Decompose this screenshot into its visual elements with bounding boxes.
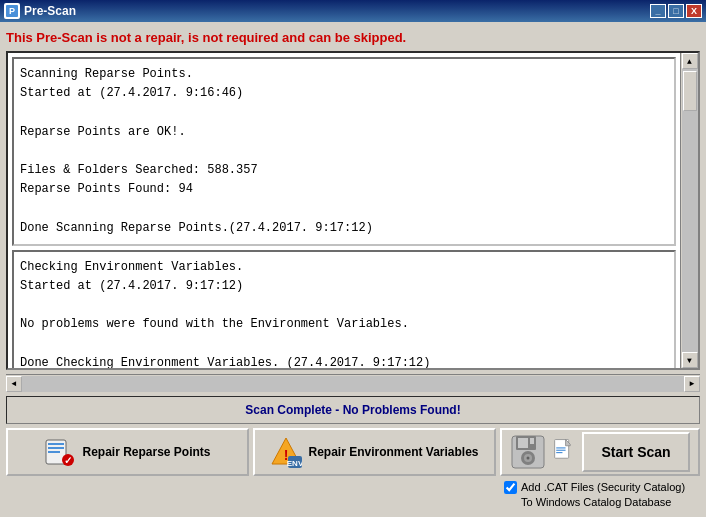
log-section-reparse: Scanning Reparse Points. Started at (27.…: [12, 57, 676, 246]
svg-text:ENV: ENV: [287, 459, 302, 468]
svg-rect-21: [556, 448, 565, 449]
repair-reparse-label: Repair Reparse Points: [82, 445, 210, 459]
disk-icon: [510, 434, 546, 470]
start-scan-button[interactable]: Start Scan: [582, 432, 690, 472]
repair-envvars-label: Repair Environment Variables: [308, 445, 478, 459]
svg-rect-15: [530, 438, 534, 444]
bottom-section: ✓ Repair Reparse Points ! ENV Repair Env…: [6, 428, 700, 511]
warning-text: This Pre-Scan is not a repair, is not re…: [6, 28, 700, 47]
log-scroll-content[interactable]: Scanning Reparse Points. Started at (27.…: [8, 53, 680, 368]
horizontal-scrollbar[interactable]: ◄ ►: [6, 374, 700, 392]
svg-rect-14: [518, 438, 528, 448]
title-bar-left: P Pre-Scan: [4, 3, 76, 19]
title-bar: P Pre-Scan _ □ X: [0, 0, 706, 22]
svg-rect-5: [48, 451, 60, 453]
svg-rect-3: [48, 443, 64, 445]
cat-files-label: Add .CAT Files (Security Catalog) To Win…: [521, 480, 696, 509]
h-scroll-track[interactable]: [22, 376, 684, 392]
scroll-down-button[interactable]: ▼: [682, 352, 698, 368]
svg-rect-22: [556, 450, 565, 451]
minimize-button[interactable]: _: [650, 4, 666, 18]
repair-buttons-area: ✓ Repair Reparse Points ! ENV Repair Env…: [6, 428, 496, 511]
window-body: This Pre-Scan is not a repair, is not re…: [0, 22, 706, 517]
window-controls: _ □ X: [650, 4, 702, 18]
scroll-left-button[interactable]: ◄: [6, 376, 22, 392]
scan-button-area: Start Scan Add .CAT Files (Security Cata…: [500, 428, 700, 511]
svg-point-18: [527, 457, 530, 460]
svg-text:✓: ✓: [64, 455, 72, 466]
window-title: Pre-Scan: [24, 4, 76, 18]
svg-rect-23: [556, 452, 562, 453]
log-container: Scanning Reparse Points. Started at (27.…: [6, 51, 700, 370]
envvars-icon: ! ENV: [270, 436, 302, 468]
close-button[interactable]: X: [686, 4, 702, 18]
svg-text:P: P: [9, 6, 15, 16]
maximize-button[interactable]: □: [668, 4, 684, 18]
app-icon: P: [4, 3, 20, 19]
scroll-track[interactable]: [682, 69, 698, 352]
doc-icon: [550, 438, 578, 466]
repair-envvars-button[interactable]: ! ENV Repair Environment Variables: [253, 428, 496, 476]
log-section-envvars: Checking Environment Variables. Started …: [12, 250, 676, 369]
scroll-thumb[interactable]: [683, 71, 697, 111]
scan-button-row: Start Scan: [500, 428, 700, 476]
vertical-scrollbar[interactable]: ▲ ▼: [680, 53, 698, 368]
log-text-envvars: Checking Environment Variables. Started …: [20, 258, 668, 369]
cat-files-checkbox[interactable]: [504, 481, 517, 494]
reparse-icon: ✓: [44, 436, 76, 468]
log-text-reparse: Scanning Reparse Points. Started at (27.…: [20, 65, 668, 238]
status-text: Scan Complete - No Problems Found!: [245, 403, 460, 417]
cat-files-checkbox-row: Add .CAT Files (Security Catalog) To Win…: [500, 478, 700, 511]
repair-reparse-button[interactable]: ✓ Repair Reparse Points: [6, 428, 249, 476]
svg-rect-4: [48, 447, 64, 449]
scroll-right-button[interactable]: ►: [684, 376, 700, 392]
status-bar: Scan Complete - No Problems Found!: [6, 396, 700, 424]
scroll-up-button[interactable]: ▲: [682, 53, 698, 69]
